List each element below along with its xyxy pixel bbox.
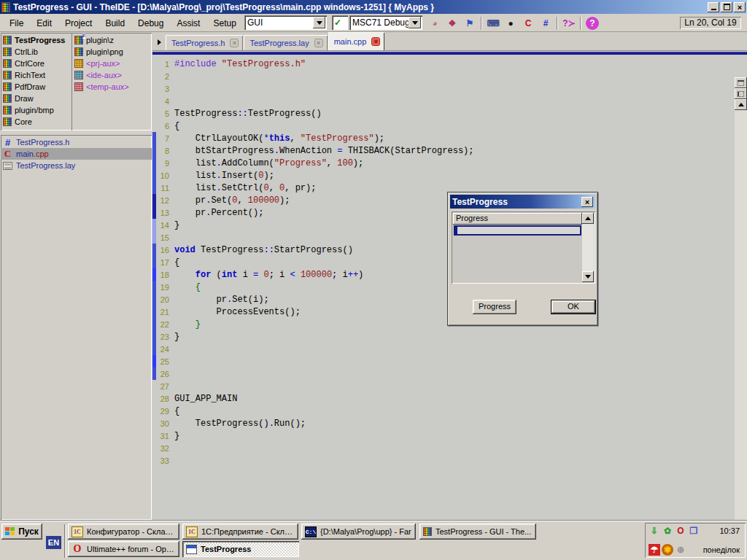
list-scrollbar[interactable]: [582, 213, 594, 282]
code-line[interactable]: 30 TestProgress().Run();: [152, 417, 735, 429]
code-line[interactable]: 10 list.Insert(0);: [152, 169, 735, 182]
language-indicator[interactable]: EN: [46, 536, 61, 549]
start-button[interactable]: Пуск: [1, 524, 42, 540]
menu-item-file[interactable]: File: [3, 16, 30, 31]
build-method-combo[interactable]: MSC71 Debug: [349, 15, 422, 30]
run-icon[interactable]: ◕: [426, 15, 444, 31]
package-item[interactable]: plugin\png: [72, 46, 152, 58]
code-line[interactable]: 27: [152, 380, 735, 392]
taskbar-button[interactable]: OUltimate++ forum - Opera: [68, 541, 179, 557]
taskbar-button[interactable]: 1СКонфигуратор - Склад-...: [68, 524, 179, 540]
tab-close-icon[interactable]: ×: [230, 39, 239, 47]
menu-item-assist[interactable]: Assist: [170, 16, 206, 31]
dialog-titlebar[interactable]: TestProgress ×: [450, 195, 595, 209]
build-method-dropdown-icon[interactable]: [409, 17, 421, 28]
code-line[interactable]: 1#include "TestProgress.h": [152, 58, 735, 70]
package-item[interactable]: RichText: [1, 69, 71, 81]
avira-tray-icon[interactable]: ☂: [649, 544, 660, 556]
package-item[interactable]: Fplugin\z: [72, 34, 152, 46]
dialog-list-control[interactable]: Progress: [452, 211, 595, 284]
updater-tray-icon[interactable]: ⇩: [649, 525, 660, 537]
menu-item-project[interactable]: Project: [58, 16, 98, 31]
code-line[interactable]: 6{: [152, 120, 735, 132]
code-line[interactable]: 12 pr.Set(0, 100000);: [152, 194, 735, 206]
code-line[interactable]: 21 ProcessEvents();: [152, 306, 735, 318]
code-line[interactable]: 32: [152, 442, 735, 454]
editor-scrollbar[interactable]: [735, 77, 747, 543]
code-line[interactable]: 22 }: [152, 318, 735, 330]
code-line[interactable]: 19 {: [152, 281, 735, 293]
code-line[interactable]: 33: [152, 454, 735, 467]
code-line[interactable]: 28GUI_APP_MAIN: [152, 392, 735, 405]
code-line[interactable]: 13 pr.Percent();: [152, 206, 735, 219]
code-line[interactable]: 14}: [152, 219, 735, 231]
main-package-combo[interactable]: GUI: [244, 15, 327, 30]
code-line[interactable]: 17{: [152, 256, 735, 268]
c-item-icon[interactable]: C: [519, 15, 537, 31]
build-icon[interactable]: ❖: [444, 15, 461, 31]
file-item[interactable]: TestProgress.lay: [1, 160, 152, 171]
code-line[interactable]: 9 list.AddColumn("Progress", 100);: [152, 157, 735, 169]
code-line[interactable]: 25: [152, 355, 735, 368]
code-line[interactable]: 23}: [152, 330, 735, 343]
package-item[interactable]: CtrlCore: [1, 58, 71, 69]
tab-scroll-icon[interactable]: [154, 36, 164, 49]
package-item[interactable]: TestProgress: [1, 34, 71, 46]
code-line[interactable]: 5TestProgress::TestProgress(): [152, 107, 735, 120]
hash-item-icon[interactable]: #: [537, 15, 554, 31]
code-line[interactable]: 26: [152, 368, 735, 380]
bomb-icon[interactable]: ●: [502, 15, 519, 31]
code-line[interactable]: 15: [152, 231, 735, 244]
package-item[interactable]: <prj-aux>: [72, 58, 152, 69]
menu-item-debug[interactable]: Debug: [131, 16, 170, 31]
code-line[interactable]: 24: [152, 343, 735, 355]
console-icon[interactable]: ?≻: [560, 15, 578, 31]
main-package-dropdown-icon[interactable]: [313, 17, 325, 28]
restore-button[interactable]: [721, 2, 732, 12]
ok-button[interactable]: OK: [551, 300, 596, 314]
code-line[interactable]: 7 CtrlLayoutOK(*this, "TestProgress");: [152, 132, 735, 144]
network-tray-icon[interactable]: ❐: [688, 525, 700, 537]
menu-item-setup[interactable]: Setup: [206, 16, 242, 31]
tab-main-cpp[interactable]: main.cpp×: [328, 32, 385, 50]
package-item[interactable]: <ide-aux>: [72, 69, 152, 81]
package-item[interactable]: Core: [1, 116, 71, 128]
code-line[interactable]: 4: [152, 95, 735, 107]
code-line[interactable]: 3: [152, 82, 735, 95]
list-scroll-up-icon[interactable]: [582, 213, 594, 224]
tab-testprogress-lay[interactable]: TestProgress.lay×: [244, 35, 327, 50]
split-horizontal-icon[interactable]: [735, 77, 747, 88]
clover-tray-icon[interactable]: ✿: [662, 525, 673, 537]
opera-tray-icon[interactable]: O: [675, 525, 686, 537]
package-item[interactable]: <temp-aux>: [72, 81, 152, 93]
output-mode-icon[interactable]: ⚑: [461, 15, 479, 31]
help-icon[interactable]: ?: [586, 17, 599, 30]
split-vertical-icon[interactable]: [735, 88, 747, 99]
taskbar-button[interactable]: TestProgress: [182, 541, 299, 557]
menu-item-build[interactable]: Build: [98, 16, 131, 31]
keyboard-icon[interactable]: ⌨: [484, 15, 502, 31]
taskbar-button[interactable]: TestProgress - GUI - The...: [419, 524, 536, 540]
minimize-button[interactable]: [708, 2, 719, 12]
list-scroll-down-icon[interactable]: [582, 271, 594, 282]
tab-close-icon[interactable]: ×: [314, 39, 323, 47]
tab-close-icon[interactable]: ×: [371, 37, 380, 46]
code-line[interactable]: 2: [152, 70, 735, 82]
file-item[interactable]: Cmain.cpp: [1, 148, 152, 160]
menu-item-edit[interactable]: Edit: [30, 16, 58, 31]
taskbar-button[interactable]: 1С1С:Предприятие - Скла...: [182, 524, 298, 540]
progress-button[interactable]: Progress: [473, 300, 516, 314]
scroll-up-icon[interactable]: [735, 99, 747, 110]
package-item[interactable]: CtrlLib: [1, 46, 71, 58]
taskbar-button[interactable]: C:\{D:\Malya\Prog\upp} - Far: [301, 524, 416, 540]
package-item[interactable]: plugin/bmp: [1, 104, 71, 116]
code-line[interactable]: 20 pr.Set(i);: [152, 293, 735, 306]
package-item[interactable]: Draw: [1, 93, 71, 104]
code-line[interactable]: 11 list.SetCtrl(0, 0, pr);: [152, 182, 735, 194]
window-titlebar[interactable]: TestProgress - GUI - TheIDE - [D:\Malya\…: [0, 0, 747, 14]
code-lines[interactable]: 1#include "TestProgress.h"2345TestProgre…: [152, 58, 735, 521]
dialog-close-icon[interactable]: ×: [581, 197, 593, 207]
tab-testprogress-h[interactable]: TestProgress.h×: [166, 35, 243, 50]
package-item[interactable]: PdfDraw: [1, 81, 71, 93]
code-line[interactable]: 8 btStartProgress.WhenAction = THISBACK(…: [152, 144, 735, 157]
